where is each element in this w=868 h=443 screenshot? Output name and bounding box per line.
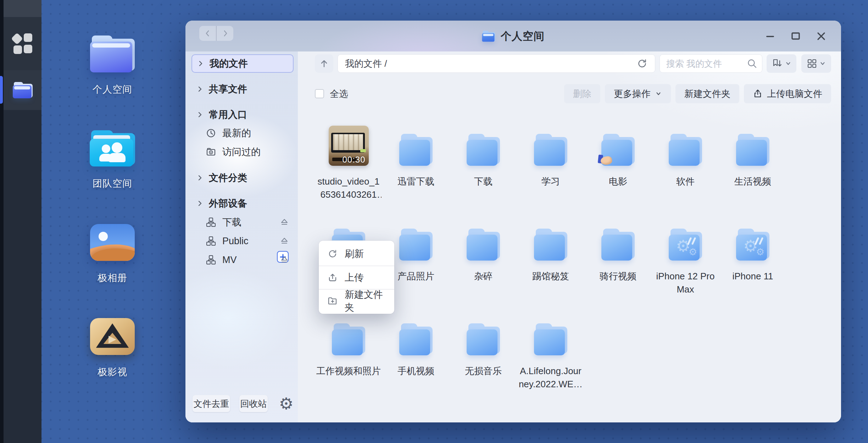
folder-item[interactable]: 迅雷下载	[382, 127, 450, 222]
eject-button[interactable]	[280, 237, 289, 245]
file-name: A.Lifelong.Journey.2022.WE…	[518, 365, 584, 391]
view-mode-button[interactable]	[801, 54, 831, 73]
file-name: 手机视频	[397, 365, 434, 378]
folder-icon	[467, 229, 500, 261]
new-folder-button[interactable]: 新建文件夹	[675, 84, 739, 103]
shine-decoration	[686, 237, 697, 246]
search-icon[interactable]	[746, 58, 758, 69]
folder-item[interactable]: 软件	[652, 127, 719, 222]
context-menu-item-upload[interactable]: 上传	[319, 266, 394, 289]
visited-eye-icon	[206, 147, 217, 157]
chevron-down-icon	[819, 60, 826, 67]
folder-item[interactable]: 无损音乐	[450, 317, 517, 412]
sidebar-item-device-mv[interactable]: MV	[185, 251, 298, 269]
file-name: 踢馆秘笈	[532, 270, 569, 283]
desktop-icon-label: 团队空间	[73, 177, 151, 190]
file-name: 学习	[541, 175, 560, 188]
desktop-icon-personal-space[interactable]: 个人空间	[73, 35, 151, 96]
chevron-left-icon	[203, 29, 212, 38]
sidebar-item-external-devices[interactable]: 外部设备	[185, 195, 298, 212]
gear-icon: ⚙	[756, 247, 764, 257]
sidebar-item-visited[interactable]: 访问过的	[185, 143, 298, 161]
desktop-icon-team-space[interactable]: 团队空间	[73, 130, 151, 190]
close-button[interactable]	[813, 28, 829, 44]
eject-button[interactable]	[280, 218, 289, 226]
file-name: 产品照片	[397, 270, 434, 283]
backup-folder-icon: ⚙ ⚙	[669, 229, 702, 261]
dock-item-files[interactable]	[4, 70, 41, 110]
path-bar[interactable]: 我的文件 /	[338, 54, 655, 73]
folder-item-backup[interactable]: ⚙ ⚙ iPhone 12 Pro Max	[652, 222, 719, 317]
sidebar-item-my-files[interactable]: 我的文件	[191, 54, 294, 73]
dock-top-strip	[4, 0, 41, 17]
sidebar-item-quick-access[interactable]: 常用入口	[185, 106, 298, 124]
backup-folder-icon: ⚙ ⚙	[736, 229, 769, 261]
folder-item[interactable]: 手机视频	[382, 317, 450, 412]
folder-item[interactable]: 学习	[517, 127, 584, 222]
chevron-right-icon	[196, 174, 204, 182]
sidebar-item-device-public[interactable]: Public	[185, 232, 298, 250]
select-all-checkbox[interactable]	[315, 89, 324, 98]
team-space-icon	[90, 130, 135, 166]
sidebar-item-file-categories[interactable]: 文件分类	[185, 169, 298, 187]
sidebar-item-recent[interactable]: 最新的	[185, 124, 298, 142]
upload-pc-files-button[interactable]: 上传电脑文件	[744, 84, 831, 103]
file-item-video[interactable]: 00:30 studio_video_1653614032613…	[315, 127, 382, 222]
file-name: 下载	[474, 175, 493, 188]
settings-button[interactable]: ⚙	[275, 393, 297, 414]
sidebar-item-label: 我的文件	[210, 57, 248, 70]
forward-button[interactable]	[216, 26, 233, 41]
up-directory-button[interactable]	[315, 54, 333, 73]
recycle-bin-button[interactable]: 回收站	[239, 395, 268, 412]
minimize-icon	[765, 31, 775, 42]
folder-item-backup[interactable]: ⚙ ⚙ iPhone 11	[719, 222, 786, 317]
maximize-button[interactable]	[788, 28, 803, 44]
folder-item[interactable]: A.Lifelong.Journey.2022.WE…	[517, 317, 584, 412]
folder-item[interactable]: 杂碎	[450, 222, 517, 317]
search-input[interactable]	[666, 59, 746, 69]
folder-icon	[534, 229, 567, 261]
desktop-icon-photo-album[interactable]: 极相册	[73, 224, 151, 284]
back-button[interactable]	[199, 26, 216, 41]
upload-icon	[328, 273, 338, 283]
context-menu-item-new-folder[interactable]: 新建文件夹	[319, 289, 394, 312]
folder-item[interactable]: 骑行视频	[584, 222, 652, 317]
minimize-button[interactable]	[762, 28, 778, 44]
folder-item[interactable]: 生活视频	[719, 127, 786, 222]
folder-icon	[13, 82, 33, 98]
folder-item[interactable]: 踢馆秘笈	[517, 222, 584, 317]
delete-button[interactable]: 删除	[564, 84, 600, 103]
chevron-right-icon	[196, 199, 204, 207]
folder-item[interactable]: 工作视频和照片	[315, 317, 382, 412]
dock-item-app-grid[interactable]	[4, 17, 41, 70]
sidebar-item-device-download[interactable]: 下载	[185, 213, 298, 231]
refresh-button[interactable]	[634, 56, 650, 71]
sidebar-item-label: Public	[222, 236, 249, 247]
file-name: studio_video_1653614032613…	[316, 175, 382, 201]
file-area: 我的文件 /	[298, 51, 841, 422]
clock-icon	[206, 128, 217, 138]
chevron-right-icon	[196, 111, 204, 119]
sidebar-item-shared-files[interactable]: 共享文件	[185, 80, 298, 98]
file-name: 杂碎	[474, 270, 493, 283]
gear-icon: ⚙	[689, 247, 697, 257]
folder-item[interactable]: 下载	[450, 127, 517, 222]
titlebar[interactable]: 个人空间	[185, 21, 841, 51]
chevron-right-icon	[221, 29, 230, 38]
eject-button[interactable]	[280, 256, 289, 264]
more-actions-button[interactable]: 更多操作	[605, 84, 671, 103]
file-name: 软件	[676, 175, 695, 188]
sort-button[interactable]	[767, 54, 796, 73]
context-menu-item-refresh[interactable]: 刷新	[319, 242, 394, 266]
video-duration-badge: 00:30	[342, 155, 365, 165]
file-name: iPhone 11	[732, 270, 773, 283]
eject-icon	[280, 256, 289, 264]
folder-icon	[601, 229, 635, 261]
app-grid-icon	[12, 33, 33, 54]
desktop-icon-movies[interactable]: ▶ 极影视	[73, 318, 151, 378]
desktop-icon-label: 极相册	[73, 272, 151, 284]
file-name: 生活视频	[734, 175, 771, 188]
folder-item[interactable]: 电影	[584, 127, 652, 222]
close-icon	[816, 31, 827, 42]
dedupe-button[interactable]: 文件去重	[193, 395, 230, 412]
